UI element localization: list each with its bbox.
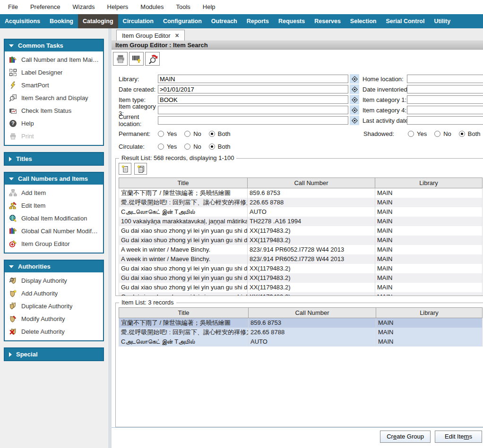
item-search-button[interactable]: [145, 52, 160, 66]
section-header-call-numbers[interactable]: Call Numbers and Items: [5, 173, 103, 185]
tab-requests[interactable]: Requests: [274, 14, 310, 28]
radio-yes[interactable]: [158, 131, 164, 137]
column-header-call-number[interactable]: Call Number: [249, 308, 376, 318]
radio-yes[interactable]: [408, 131, 414, 137]
gadget-icon[interactable]: [350, 74, 359, 84]
current-location-input[interactable]: [158, 116, 348, 125]
sidebar-item-global-item-modification[interactable]: Global Item Modification: [5, 212, 103, 225]
table-row[interactable]: Gu dai xiao shuo zhong yi lei yin yuan g…: [119, 273, 483, 283]
item-category-4-input[interactable]: [407, 106, 483, 114]
table-row[interactable]: Cஅடலொகெட் இன் Tஅமில் AUTO MAIN: [119, 207, 483, 217]
tab-utility[interactable]: Utility: [429, 14, 455, 28]
menu-wizards[interactable]: Wizards: [67, 0, 101, 14]
sidebar-item-add-item[interactable]: Add Item: [5, 186, 103, 199]
menu-file[interactable]: File: [2, 0, 24, 14]
library-label: Library:: [119, 76, 158, 83]
sidebar-item-label-designer[interactable]: Label Designer: [5, 66, 103, 79]
section-header-authorities[interactable]: Authorities: [5, 261, 103, 272]
table-row[interactable]: Gu dai xiao shuo zhong yi lei yin yuan g…: [119, 283, 483, 292]
table-row[interactable]: A week in winter / Maeve Binchy. 823/.91…: [119, 254, 483, 264]
gadget-icon[interactable]: [350, 95, 359, 104]
table-row[interactable]: Gu dai xiao shuo zhong yi lei yin yuan g…: [119, 226, 483, 236]
add-to-group-button[interactable]: [119, 163, 131, 175]
close-icon[interactable]: ×: [175, 32, 179, 39]
table-row[interactable]: Gu dai xiao shuo zhong yi lei yin yuan g…: [119, 292, 483, 296]
radio-both[interactable]: [209, 144, 215, 150]
section-header-titles[interactable]: Titles: [5, 153, 103, 165]
sidebar-item-delete-authority[interactable]: Delete Authority: [5, 325, 103, 338]
item-table-viewport[interactable]: Title Call Number Library 宜蘭不下雨了 / 陳世強編著…: [119, 307, 483, 347]
tab-configuration[interactable]: Configuration: [158, 14, 207, 28]
result-table-viewport[interactable]: Title Call Number Library 宜蘭不下雨了 / 陳世強編著…: [119, 178, 483, 296]
sidebar-item-smartport[interactable]: SmartPort: [5, 79, 103, 92]
radio-no[interactable]: [184, 131, 190, 137]
tab-booking[interactable]: Booking: [45, 14, 78, 28]
table-row-selected[interactable]: 宜蘭不下雨了 / 陳世強編著；吳曉恬繪圖 859.6 8753 MAIN: [119, 318, 483, 328]
sidebar-item-global-call-number-modification[interactable]: Global Call Number Modific...: [5, 225, 103, 237]
column-header-library[interactable]: Library: [375, 178, 483, 188]
tab-reports[interactable]: Reports: [242, 14, 274, 28]
sidebar-item-item-search-display[interactable]: Item Search and Display: [5, 92, 103, 104]
sidebar-item-display-authority[interactable]: Display Authority: [5, 274, 103, 287]
radio-no[interactable]: [434, 131, 440, 137]
cell-title: 100 vakaiyāṉa marakkatavukaḷ, jaṉṉal māt…: [119, 217, 248, 226]
module-tab-bar: Acquisitions Booking Cataloging Circulat…: [0, 14, 483, 28]
print-button[interactable]: [113, 52, 128, 66]
last-activity-date-input[interactable]: [407, 116, 483, 125]
section-header-common-tasks[interactable]: Common Tasks: [5, 40, 103, 51]
scan-item-button[interactable]: [129, 52, 144, 66]
books-brush-icon: [9, 227, 17, 235]
edit-items-button[interactable]: Edit Items: [435, 431, 482, 443]
table-row[interactable]: Gu dai xiao shuo zhong yi lei yin yuan g…: [119, 264, 483, 273]
column-header-title[interactable]: Title: [119, 308, 249, 318]
sidebar-item-modify-authority[interactable]: Modify Authority: [5, 313, 103, 325]
menu-help[interactable]: Help: [197, 0, 222, 14]
home-location-input[interactable]: [407, 75, 483, 83]
gadget-icon[interactable]: [350, 85, 359, 94]
column-header-library[interactable]: Library: [376, 308, 483, 318]
tab-outreach[interactable]: Outreach: [207, 14, 242, 28]
sidebar-item-help[interactable]: ? Help: [5, 117, 103, 130]
table-row[interactable]: 愛,從呼吸開始吧! : 回到當下、讓心輕安的禪修之... 226.65 8788…: [119, 198, 483, 207]
tab-reserves[interactable]: Reserves: [310, 14, 345, 28]
item-category-1-input[interactable]: [407, 95, 483, 104]
sidebar-item-call-number-item-maint[interactable]: Call Number and Item Maint...: [5, 53, 103, 66]
tab-selection[interactable]: Selection: [345, 14, 381, 28]
column-header-call-number[interactable]: Call Number: [248, 178, 375, 188]
menu-helpers[interactable]: Helpers: [101, 0, 135, 14]
table-row[interactable]: Gu dai xiao shuo zhong yi lei yin yuan g…: [119, 236, 483, 245]
table-row-selected[interactable]: 愛,從呼吸開始吧! : 回到當下、讓心輕安的禪修之... 226.65 8788…: [119, 328, 483, 337]
sidebar-item-add-authority[interactable]: Add Authority: [5, 287, 103, 300]
item-category-3-input[interactable]: [158, 106, 348, 114]
column-header-title[interactable]: Title: [119, 178, 248, 188]
menu-tools[interactable]: Tools: [170, 0, 196, 14]
table-row[interactable]: A week in winter / Maeve Binchy. 823/.91…: [119, 245, 483, 254]
library-input[interactable]: [158, 75, 348, 83]
date-created-input[interactable]: [158, 85, 348, 93]
item-type-input[interactable]: [158, 95, 348, 104]
tab-acquisitions[interactable]: Acquisitions: [0, 14, 45, 28]
radio-both[interactable]: [459, 131, 465, 137]
add-all-to-group-button[interactable]: [134, 163, 147, 175]
sidebar-item-edit-item[interactable]: Edit Item: [5, 199, 103, 212]
sidebar-item-check-item-status[interactable]: Check Item Status: [5, 104, 103, 117]
tab-cataloging[interactable]: Cataloging: [78, 14, 118, 28]
tab-circulation[interactable]: Circulation: [118, 14, 158, 28]
menu-modules[interactable]: Modules: [134, 0, 170, 14]
tab-serial-control[interactable]: Serial Control: [381, 14, 429, 28]
table-row[interactable]: 宜蘭不下雨了 / 陳世強編著；吳曉恬繪圖 859.6 8753 MAIN: [119, 188, 483, 198]
gadget-icon[interactable]: [350, 116, 359, 125]
table-row-selected[interactable]: Cஅடலொகெட் இன் Tஅமில் AUTO MAIN: [119, 337, 483, 347]
gadget-icon[interactable]: [350, 105, 359, 115]
section-header-special[interactable]: Special: [5, 348, 103, 360]
radio-both[interactable]: [209, 131, 215, 137]
date-inventoried-input[interactable]: [407, 85, 483, 93]
radio-no[interactable]: [184, 144, 190, 150]
sidebar-item-duplicate-authority[interactable]: Duplicate Authority: [5, 300, 103, 313]
sidebar-item-item-group-editor[interactable]: Item Group Editor: [5, 237, 103, 250]
table-row[interactable]: 100 vakaiyāṉa marakkatavukaḷ, jaṉṉal māt…: [119, 217, 483, 226]
create-group-button[interactable]: Create Group: [380, 431, 431, 443]
tab-item-group-editor[interactable]: Item Group Editor ×: [116, 30, 185, 41]
radio-yes[interactable]: [158, 144, 164, 150]
menu-preference[interactable]: Preference: [24, 0, 67, 14]
